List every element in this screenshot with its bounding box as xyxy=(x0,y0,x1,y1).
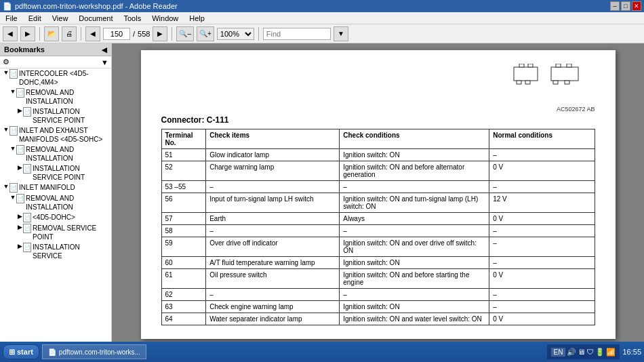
cell-terminal: 59 xyxy=(161,237,206,257)
cell-conditions: Always xyxy=(340,213,489,225)
cell-conditions: Ignition switch: ON and turn-signal lamp… xyxy=(340,193,489,213)
sidebar-item-installation-svc[interactable]: ▶ 📄 INSTALLATION SERVICE xyxy=(0,242,111,261)
print-button[interactable]: 🖨 xyxy=(62,26,77,41)
menu-window[interactable]: Window xyxy=(149,14,181,22)
connector-title: Connector: C-111 xyxy=(161,115,595,125)
system-tray: EN 🔊 🖥 🛡 🔋 📶 xyxy=(547,344,620,359)
sidebar-item-removal1[interactable]: ▼ 📄 REMOVAL AND INSTALLATION xyxy=(0,87,111,106)
menu-help[interactable]: Help xyxy=(186,14,207,22)
forward-button[interactable]: ▶ xyxy=(20,26,35,41)
svg-rect-2 xyxy=(528,64,533,67)
sidebar-options-icon[interactable]: ⚙ xyxy=(3,58,9,66)
cell-check-item: Input of turn-signal lamp LH switch xyxy=(206,193,340,213)
sidebar-item-label: INSTALLATION SERVICE POINT xyxy=(33,107,111,125)
cell-conditions: – xyxy=(340,181,489,193)
cell-check-item: A/T fluid temperature warning lamp xyxy=(206,257,340,269)
sidebar-header: Bookmarks ◀ xyxy=(0,43,111,56)
sidebar-item-label: REMOVAL SERVICE POINT xyxy=(33,224,111,241)
security-icon: 🛡 xyxy=(586,348,594,356)
table-row: 58 – – – xyxy=(161,225,595,237)
page-icon: 📄 xyxy=(23,213,31,222)
find-input[interactable] xyxy=(263,28,331,40)
cell-normal: 0 V xyxy=(489,213,595,225)
sidebar-collapse-button[interactable]: ◀ xyxy=(102,46,107,54)
sidebar-item-inlet-manifold[interactable]: ▼ 📄 INLET MANIFOLD xyxy=(0,182,111,193)
menu-edit[interactable]: Edit xyxy=(26,14,44,22)
cell-conditions: Ignition switch: ON and before alternato… xyxy=(340,161,489,181)
sidebar-item-4d5-dohc[interactable]: ▶ 📄 <4D5-DOHC> xyxy=(0,212,111,223)
menu-document[interactable]: Document xyxy=(76,14,115,22)
sidebar-extra-icon[interactable]: ▼ xyxy=(101,58,108,66)
svg-rect-4 xyxy=(525,81,530,84)
sidebar-item-intercooler[interactable]: ▼ 📄 INTERCOOLER <4D5-DOHC,4M4> xyxy=(0,68,111,87)
expand-icon: ▶ xyxy=(16,213,23,221)
cell-normal: – xyxy=(489,149,595,161)
cell-terminal: 61 xyxy=(161,269,206,289)
start-button[interactable]: ⊞ start xyxy=(3,344,39,359)
taskbar: ⊞ start 📄 pdftown.com-triton-works... EN… xyxy=(0,342,644,362)
sidebar-item-removal-svc[interactable]: ▶ 📄 REMOVAL SERVICE POINT xyxy=(0,223,111,242)
separator2 xyxy=(81,27,81,41)
zoom-out-button[interactable]: 🔍– xyxy=(176,26,194,41)
close-button[interactable]: ✕ xyxy=(632,1,641,11)
cell-terminal: 57 xyxy=(161,213,206,225)
cell-normal: – xyxy=(489,237,595,257)
separator xyxy=(39,27,40,41)
table-row: 51 Glow indicator lamp Ignition switch: … xyxy=(161,149,595,161)
open-button[interactable]: 📂 xyxy=(44,26,59,41)
sidebar-item-removal3[interactable]: ▼ 📄 REMOVAL AND INSTALLATION xyxy=(0,193,111,212)
back-button[interactable]: ◀ xyxy=(3,26,18,41)
svg-rect-0 xyxy=(514,67,538,81)
svg-rect-1 xyxy=(519,64,524,67)
taskbar-right: EN 🔊 🖥 🛡 🔋 📶 16:55 xyxy=(547,344,641,359)
cell-terminal: 62 xyxy=(161,289,206,301)
sidebar-item-inlet-exhaust[interactable]: ▼ 📄 INLET AND EXHAUST MANIFOLDS <4D5-SOH… xyxy=(0,125,111,144)
next-page-button[interactable]: ▶ xyxy=(153,26,167,41)
cell-check-item: Check engine warning lamp xyxy=(206,301,340,313)
start-label: start xyxy=(17,348,33,356)
page-separator: / xyxy=(133,30,135,38)
cell-conditions: Ignition switch: ON xyxy=(340,257,489,269)
cell-conditions: Ignition switch: ON xyxy=(340,149,489,161)
cell-conditions: Ignition switch: ON xyxy=(340,301,489,313)
expand-icon: ▼ xyxy=(9,194,16,202)
cell-check-item: Oil pressure switch xyxy=(206,269,340,289)
find-next-button[interactable]: ▼ xyxy=(334,26,348,41)
maximize-button[interactable]: □ xyxy=(621,1,630,11)
connector-diagram-area: AC502672 AB xyxy=(161,64,595,113)
app-icon: 📄 xyxy=(3,2,12,11)
connector-svg xyxy=(446,64,595,104)
taskbar-app-item[interactable]: 📄 pdftown.com-triton-works... xyxy=(42,344,146,359)
sidebar-item-label: REMOVAL AND INSTALLATION xyxy=(26,145,111,163)
table-row: 53 –55 – – – xyxy=(161,181,595,193)
sidebar-item-installation2[interactable]: ▶ 📄 INSTALLATION SERVICE POINT xyxy=(0,163,111,182)
battery-icon: 🔋 xyxy=(595,348,605,357)
cell-normal: – xyxy=(489,289,595,301)
prev-page-button[interactable]: ◀ xyxy=(85,26,100,41)
cell-normal: 0 V xyxy=(489,313,595,325)
page-icon: 📄 xyxy=(16,194,24,203)
taskbar-app-icon: 📄 xyxy=(48,348,56,356)
header-terminal: Terminal No. xyxy=(161,129,206,149)
header-check-items: Check items xyxy=(206,129,340,149)
cell-conditions: – xyxy=(340,289,489,301)
minimize-button[interactable]: – xyxy=(610,1,620,11)
cell-normal: – xyxy=(489,301,595,313)
menu-file[interactable]: File xyxy=(3,14,20,22)
separator3 xyxy=(172,27,172,41)
menu-tools[interactable]: Tools xyxy=(121,14,144,22)
menu-view[interactable]: View xyxy=(49,14,71,22)
pdf-page: AC502672 AB Connector: C-111 Terminal No… xyxy=(141,50,616,339)
sidebar: Bookmarks ◀ ⚙ ▼ ▼ 📄 INTERCOOLER <4D5-DOH… xyxy=(0,43,112,347)
sidebar-item-removal2[interactable]: ▼ 📄 REMOVAL AND INSTALLATION xyxy=(0,144,111,163)
table-row: 61 Oil pressure switch Ignition switch: … xyxy=(161,269,595,289)
expand-icon: ▶ xyxy=(16,164,23,172)
window-controls: – □ ✕ xyxy=(610,1,641,11)
zoom-select[interactable]: 100% 75% 125% 150% xyxy=(217,28,254,40)
page-icon: 📄 xyxy=(9,183,18,193)
windows-icon: ⊞ xyxy=(9,348,15,357)
header-normal-conditions: Normal conditions xyxy=(489,129,595,149)
zoom-in-button[interactable]: 🔍+ xyxy=(197,26,214,41)
sidebar-item-installation1[interactable]: ▶ 📄 INSTALLATION SERVICE POINT xyxy=(0,106,111,125)
page-number-input[interactable] xyxy=(103,28,130,40)
